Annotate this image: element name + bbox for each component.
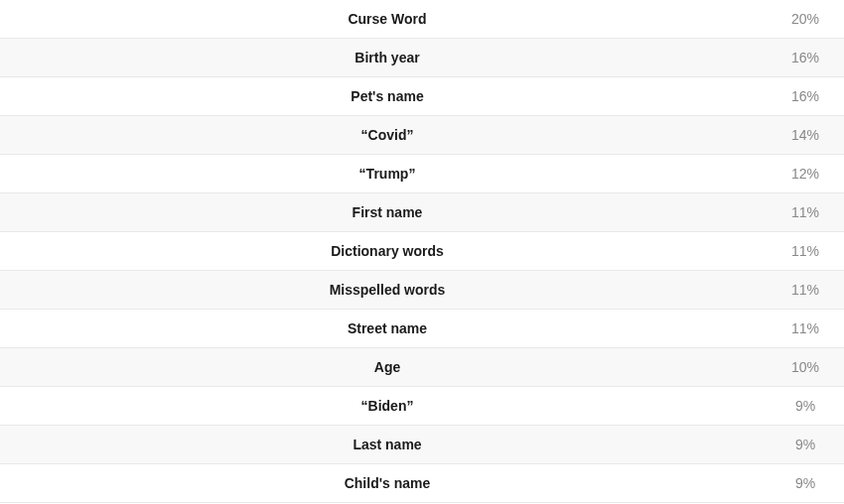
table-row: Birth year 16% (0, 39, 844, 77)
table-row: “Trump” 12% (0, 155, 844, 193)
category-label: Child's name (0, 475, 774, 491)
table-row: Age 10% (0, 348, 844, 387)
category-label: “Biden” (0, 398, 774, 414)
table-row: Dictionary words 11% (0, 232, 844, 271)
category-label: First name (0, 204, 774, 220)
category-value: 20% (774, 11, 844, 27)
table-row: Last name 9% (0, 426, 844, 464)
category-value: 9% (774, 398, 844, 414)
category-value: 11% (774, 204, 844, 220)
password-categories-table: Curse Word 20% Birth year 16% Pet's name… (0, 0, 844, 503)
table-row: Curse Word 20% (0, 0, 844, 39)
category-value: 14% (774, 127, 844, 143)
category-value: 11% (774, 320, 844, 336)
category-value: 9% (774, 475, 844, 491)
table-row: Child's name 9% (0, 464, 844, 503)
category-label: “Covid” (0, 127, 774, 143)
table-row: First name 11% (0, 193, 844, 232)
category-value: 11% (774, 282, 844, 298)
category-value: 12% (774, 166, 844, 182)
category-label: Last name (0, 437, 774, 452)
category-label: Dictionary words (0, 243, 774, 259)
category-label: Misspelled words (0, 282, 774, 298)
category-label: Curse Word (0, 11, 774, 27)
category-value: 16% (774, 88, 844, 104)
category-value: 10% (774, 359, 844, 375)
category-value: 16% (774, 50, 844, 65)
category-label: Age (0, 359, 774, 375)
table-row: Pet's name 16% (0, 77, 844, 116)
table-row: “Covid” 14% (0, 116, 844, 155)
category-label: “Trump” (0, 166, 774, 182)
category-value: 9% (774, 437, 844, 452)
table-row: Street name 11% (0, 310, 844, 348)
category-label: Street name (0, 320, 774, 336)
table-row: Misspelled words 11% (0, 271, 844, 310)
category-label: Pet's name (0, 88, 774, 104)
category-label: Birth year (0, 50, 774, 65)
category-value: 11% (774, 243, 844, 259)
table-row: “Biden” 9% (0, 387, 844, 426)
